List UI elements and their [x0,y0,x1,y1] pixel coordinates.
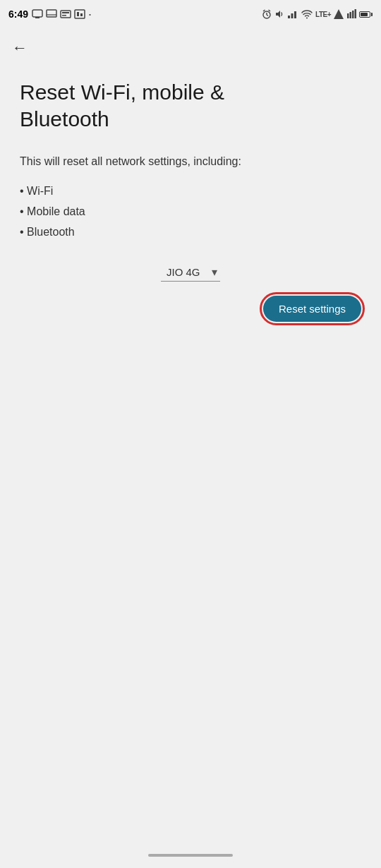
network-list: • Wi-Fi • Mobile data • Bluetooth [20,181,361,242]
svg-rect-5 [62,12,69,13]
reset-settings-button[interactable]: Reset settings [263,296,361,322]
svg-point-19 [306,18,308,19]
wifi-item: • Wi-Fi [20,181,361,202]
svg-line-13 [263,10,265,11]
svg-marker-20 [334,9,344,19]
dot-icon: · [88,8,92,20]
sim-selector-row: JIO 4G ▾ [20,263,361,282]
alarm-icon [262,9,272,19]
screen-icon2 [46,9,57,19]
svg-rect-17 [291,13,294,18]
signal-icon1 [334,9,344,19]
back-button[interactable]: ← [6,34,34,62]
bluetooth-item: • Bluetooth [20,222,361,243]
screen-icon1 [32,9,43,19]
mobile-data-item: • Mobile data [20,202,361,222]
svg-rect-24 [355,9,357,18]
svg-rect-21 [347,13,349,18]
svg-rect-7 [75,10,85,18]
svg-rect-0 [32,10,42,17]
volume-icon [274,9,284,19]
description-text: This will reset all network settings, in… [20,153,361,170]
svg-line-14 [269,10,271,11]
battery-icon [359,11,373,18]
status-time: 6:49 [8,8,28,20]
svg-rect-16 [288,16,290,18]
sim-dropdown-wrapper[interactable]: JIO 4G ▾ [161,263,220,282]
svg-rect-4 [61,11,71,18]
svg-rect-2 [47,10,56,17]
screen-icon4 [74,9,85,19]
button-row: Reset settings [20,296,361,322]
status-bar: 6:49 · [0,0,381,28]
svg-rect-1 [35,17,40,18]
back-arrow-icon: ← [12,39,28,57]
lte-icon: LTE+ [315,11,331,18]
bottom-nav-bar [148,854,233,857]
data-icon [287,9,298,19]
svg-line-12 [267,15,268,16]
svg-rect-22 [350,12,352,18]
status-right: LTE+ [262,9,373,19]
svg-rect-23 [352,11,354,18]
signal-icon2 [346,9,356,19]
status-icons-left: · [32,8,92,20]
main-content: Reset Wi-Fi, mobile & Bluetooth This wil… [0,68,381,342]
svg-rect-9 [80,13,83,16]
page-title: Reset Wi-Fi, mobile & Bluetooth [20,79,361,132]
svg-marker-15 [276,11,280,18]
screen-icon3 [60,9,71,19]
svg-rect-18 [294,11,296,18]
wifi-icon [301,9,313,19]
sim-dropdown[interactable]: JIO 4G [161,263,220,281]
svg-rect-6 [62,15,66,16]
status-left: 6:49 · [8,8,92,20]
svg-rect-8 [77,12,79,16]
